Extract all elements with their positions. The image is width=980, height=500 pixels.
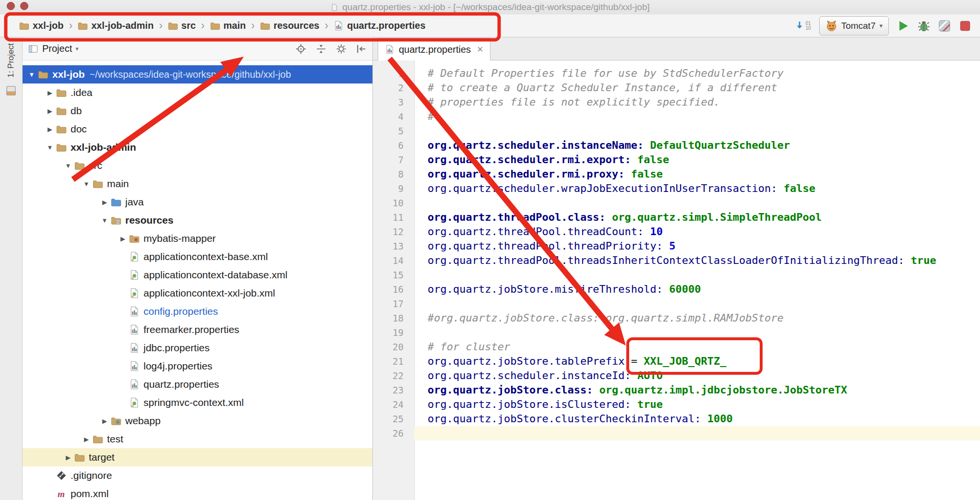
tree-item-test[interactable]: ▶test: [23, 430, 372, 448]
tree-item-label: resources: [125, 214, 173, 226]
tree-item-applicationcontext-database.xml[interactable]: applicationcontext-database.xml: [23, 266, 372, 284]
tab-quartz-properties[interactable]: quartz.properties ×: [378, 38, 490, 60]
breadcrumb-item-resources[interactable]: resources: [260, 20, 320, 31]
code-text[interactable]: org.quartz.scheduler.instanceId: AUTO: [414, 369, 980, 383]
code-text[interactable]: [414, 196, 980, 210]
code-text[interactable]: org.quartz.threadPool.threadCount: 10: [414, 225, 980, 239]
code-text[interactable]: #org.quartz.jobStore.class: org.quartz.s…: [414, 311, 980, 325]
project-stripe-button[interactable]: 1: Project: [6, 43, 16, 78]
incoming-changes-widget[interactable]: 01 10: [794, 21, 811, 31]
hide-panel-icon[interactable]: [356, 44, 367, 54]
tree-item-xxl-job[interactable]: ▼xxl-job~/workspaces/idea-git-workspace/…: [23, 65, 372, 83]
code-text[interactable]: org.quartz.jobStore.class: org.quartz.im…: [414, 383, 980, 397]
chevron-expanded-icon[interactable]: ▼: [62, 162, 74, 169]
breadcrumb-item-quartz.properties[interactable]: quartz.properties: [334, 20, 425, 31]
tree-item-target[interactable]: ▶target: [23, 448, 372, 466]
breadcrumb-item-main[interactable]: main: [210, 20, 246, 31]
run-configuration-selector[interactable]: Tomcat7 ▾: [819, 16, 889, 36]
code-token: [904, 254, 910, 266]
code-text[interactable]: org.quartz.scheduler.wrapJobExecutionInU…: [414, 181, 980, 196]
tree-item-quartz.properties[interactable]: quartz.properties: [23, 375, 372, 393]
chevron-expanded-icon[interactable]: ▼: [80, 180, 93, 188]
breadcrumb-item-xxl-job[interactable]: xxl-job: [19, 20, 63, 31]
code-text[interactable]: org.quartz.jobStore.misfireThreshold: 60…: [414, 282, 980, 297]
project-panel-title[interactable]: Project: [42, 43, 72, 54]
code-text[interactable]: [414, 124, 980, 138]
tree-item-java[interactable]: ▶java: [23, 193, 372, 211]
close-tab-icon[interactable]: ×: [477, 44, 483, 55]
chevron-down-icon[interactable]: ▾: [75, 45, 79, 52]
breadcrumb-item-src[interactable]: src: [168, 20, 196, 31]
chevron-expanded-icon[interactable]: ▼: [44, 144, 56, 151]
chevron-collapsed-icon[interactable]: ▶: [44, 89, 56, 96]
tree-item-xxl-job-admin[interactable]: ▼xxl-job-admin: [23, 138, 372, 156]
code-text[interactable]: [414, 268, 980, 282]
ide-window: quartz.properties - xxl-job - [~/workspa…: [0, 0, 980, 500]
run-button[interactable]: [897, 20, 909, 32]
locate-icon[interactable]: [296, 44, 306, 54]
tree-item-.idea[interactable]: ▶.idea: [23, 83, 372, 102]
code-area[interactable]: 1# Default Properties file for use by St…: [373, 60, 980, 440]
tree-item-main[interactable]: ▼main: [23, 175, 372, 193]
code-text[interactable]: org.quartz.scheduler.instanceName: Defau…: [414, 138, 980, 153]
code-text[interactable]: org.quartz.threadPool.threadPriority: 5: [414, 239, 980, 253]
code-text[interactable]: [414, 325, 980, 340]
code-text[interactable]: org.quartz.threadPool.threadsInheritCont…: [414, 253, 980, 268]
tree-item-log4j.properties[interactable]: log4j.properties: [23, 357, 372, 375]
chevron-collapsed-icon[interactable]: ▶: [98, 199, 111, 206]
code-text[interactable]: #: [414, 109, 980, 124]
settings-gear-icon[interactable]: [336, 44, 347, 54]
collapse-all-icon[interactable]: [316, 44, 326, 54]
tree-item-label: xxl-job: [52, 69, 85, 80]
tree-item-mybatis-mapper[interactable]: ▶mybatis-mapper: [23, 229, 372, 248]
code-text[interactable]: # Default Properties file for use by Std…: [414, 66, 980, 81]
tree-item-applicationcontext-xxl-job.xml[interactable]: applicationcontext-xxl-job.xml: [23, 284, 372, 302]
chevron-collapsed-icon[interactable]: ▶: [62, 454, 74, 461]
window-close-button[interactable]: [7, 2, 15, 10]
chevron-collapsed-icon[interactable]: ▶: [117, 235, 129, 242]
tree-item-webapp[interactable]: ▶webapp: [23, 412, 372, 430]
tree-item-config.properties[interactable]: config.properties: [23, 302, 372, 321]
chevron-expanded-icon[interactable]: ▼: [25, 71, 38, 78]
code-token: org.quartz.scheduler.wrapJobExecutionInU…: [428, 182, 777, 194]
chevron-collapsed-icon[interactable]: ▶: [44, 107, 56, 115]
tree-item-jdbc.properties[interactable]: jdbc.properties: [23, 339, 372, 357]
chevron-collapsed-icon[interactable]: ▶: [80, 436, 93, 443]
code-text[interactable]: # properties file is not explicitly spec…: [414, 95, 980, 109]
tree-item-springmvc-context.xml[interactable]: springmvc-context.xml: [23, 393, 372, 412]
tree-item-pom.xml[interactable]: mpom.xml: [23, 485, 372, 500]
debug-button[interactable]: [918, 20, 930, 32]
tree-item-db[interactable]: ▶db: [23, 102, 372, 120]
code-text[interactable]: org.quartz.jobStore.isClustered: true: [414, 397, 980, 412]
tree-item-applicationcontext-base.xml[interactable]: applicationcontext-base.xml: [23, 248, 372, 266]
code-text[interactable]: # to create a Quartz Scheduler Instance,…: [414, 81, 980, 95]
code-text[interactable]: org.quartz.scheduler.rmi.export: false: [414, 153, 980, 167]
stop-button[interactable]: [959, 20, 971, 32]
chevron-expanded-icon[interactable]: ▼: [98, 217, 111, 224]
code-text[interactable]: org.quartz.jobStore.clusterCheckinInterv…: [414, 412, 980, 426]
code-line-5: 5: [373, 124, 980, 138]
tree-item-doc[interactable]: ▶doc: [23, 120, 372, 138]
chevron-collapsed-icon[interactable]: ▶: [44, 126, 56, 133]
maven-file-icon: m: [56, 488, 67, 499]
window-minimize-button[interactable]: [20, 2, 28, 10]
tree-item-freemarker.properties[interactable]: freemarker.properties: [23, 321, 372, 339]
tool-window-icon[interactable]: [6, 85, 16, 96]
code-token: #: [428, 110, 434, 122]
chevron-collapsed-icon[interactable]: ▶: [98, 417, 111, 425]
code-line-17: 17: [373, 297, 980, 311]
tree-item-resources[interactable]: ▼resources: [23, 211, 372, 229]
code-token: org.quartz.scheduler.rmi.export:: [428, 154, 631, 166]
breadcrumb-item-xxl-job-admin[interactable]: xxl-job-admin: [78, 20, 154, 31]
tree-item-label: quartz.properties: [143, 379, 219, 390]
code-text[interactable]: org.quartz.jobStore.tablePrefix = XXL_JO…: [414, 354, 980, 369]
code-text[interactable]: [414, 297, 980, 311]
tree-item-src[interactable]: ▼src: [23, 156, 372, 175]
coverage-button[interactable]: [938, 20, 951, 32]
code-text[interactable]: org.quartz.threadPool.class: org.quartz.…: [414, 210, 980, 225]
code-text[interactable]: [414, 426, 980, 440]
code-text[interactable]: org.quartz.scheduler.rmi.proxy: false: [414, 167, 980, 181]
tree-item-.gitignore[interactable]: .gitignore: [23, 466, 372, 485]
line-number: 9: [373, 181, 414, 196]
code-text[interactable]: # for cluster: [414, 340, 980, 354]
